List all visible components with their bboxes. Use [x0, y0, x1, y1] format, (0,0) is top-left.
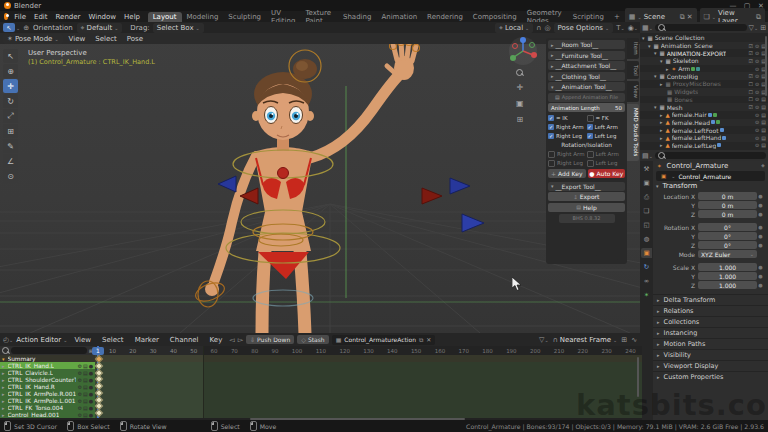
camera-view-icon[interactable]: ▣	[516, 99, 524, 108]
section-motion-paths[interactable]: ▸ Motion Paths	[653, 338, 768, 349]
pivot-dropdown[interactable]: ⌖ Local⌄	[495, 23, 533, 33]
hide-eye-icon[interactable]: ⊙	[755, 127, 759, 133]
section-clothing-tool[interactable]: ▸__Clothing Tool__	[548, 72, 625, 81]
section-furniture-tool[interactable]: ▸__Furniture Tool__	[548, 51, 625, 60]
add-key-button[interactable]: +Add Key	[548, 169, 586, 178]
rotate-tool-button[interactable]: ↻	[3, 94, 18, 108]
workspace-tab-sculpting[interactable]: Sculpting	[223, 12, 266, 22]
location-y-row[interactable]: Y 0 m●	[653, 201, 764, 209]
dope-menu-channel[interactable]: Channel	[166, 336, 203, 344]
push-down-button[interactable]: ⇩Push Down	[246, 335, 294, 344]
viewport-menu-view[interactable]: View	[65, 35, 90, 43]
tab-item[interactable]: Item	[627, 38, 639, 59]
fk-checkbox[interactable]: = FK	[587, 115, 626, 122]
dope-menu-select[interactable]: Select	[98, 336, 128, 344]
workspace-tab-compositing[interactable]: Compositing	[468, 12, 522, 22]
section-export-tool[interactable]: ▾__Export Tool__	[548, 182, 625, 191]
new-collection-icon[interactable]: ⊞	[760, 24, 766, 32]
outliner-filter-icon[interactable]: ▽⌄	[749, 24, 759, 32]
channel-summary[interactable]: ▾Summary	[0, 355, 95, 362]
current-frame-badge[interactable]: 1	[92, 347, 104, 355]
action-name-field[interactable]: ▦ Control_ArmatureAction ⧉ ✕	[332, 335, 436, 345]
lock-icon[interactable]: ●	[89, 391, 93, 397]
prev-action-icon[interactable]: ◅	[229, 336, 234, 344]
move-tool-button[interactable]: ✛	[3, 79, 18, 93]
dope-menu-marker[interactable]: Marker	[131, 336, 163, 344]
tab-constraints-icon[interactable]: ∞	[641, 276, 652, 286]
tab-scene-icon[interactable]: ◱	[641, 220, 652, 230]
section-custom-properties[interactable]: ▸ Custom Properties	[653, 371, 768, 382]
workspace-tab-layout[interactable]: Layout	[148, 12, 182, 22]
animation-length-field[interactable]: Animation Length 50	[548, 103, 625, 112]
add-workspace-button[interactable]: +	[609, 12, 625, 22]
lock-icon[interactable]: ●	[89, 377, 93, 383]
exclude-checkbox[interactable]: ☑	[749, 58, 753, 64]
left-arm-checkbox[interactable]: ✓Left Arm	[587, 124, 626, 130]
object-name-field[interactable]: ▣ ⌄ Control_Armature	[656, 171, 765, 181]
render-camera-icon[interactable]: ▤	[761, 135, 766, 141]
hide-eye-icon[interactable]: ⊙	[755, 43, 759, 49]
frame-ruler[interactable]: 1020 3040 5060 7080 90100 110120 130140 …	[95, 346, 642, 355]
scale-z-row[interactable]: Z 1.000●	[653, 281, 764, 289]
modifier-icon[interactable]: ⚙	[77, 377, 81, 383]
render-camera-icon[interactable]: ▤	[761, 112, 766, 118]
new-view-layer-icon[interactable]: ⧉	[756, 13, 761, 21]
exclude-checkbox[interactable]: ☑	[749, 50, 753, 56]
section-viewport-display[interactable]: ▸ Viewport Display	[653, 360, 768, 371]
rotation-x-row[interactable]: Rotation X 0°●	[653, 223, 764, 231]
outliner-row-female-hair[interactable]: ▸▲female.Hair ⊙▤	[640, 111, 768, 119]
lock-icon[interactable]: ●	[89, 384, 93, 390]
hide-eye-icon[interactable]: ⊙	[755, 104, 759, 110]
exclude-checkbox[interactable]: ☑	[749, 104, 753, 110]
pan-hand-icon[interactable]: ✛	[516, 83, 523, 92]
hide-eye-icon[interactable]: ⊙	[755, 81, 759, 87]
mute-icon[interactable]: ▤	[83, 370, 88, 376]
hide-eye-icon[interactable]: ⊙	[755, 135, 759, 141]
modifier-icon[interactable]: ⚙	[77, 405, 81, 411]
tab-view-layer-icon[interactable]: ❏	[641, 206, 652, 216]
copy-keys-icon[interactable]: ⊞	[621, 336, 627, 344]
modifier-icon[interactable]: ⚙	[77, 363, 81, 369]
hide-eye-icon[interactable]: ⊙	[755, 142, 759, 148]
viewport-menu-pose[interactable]: Pose	[123, 35, 147, 43]
hide-eye-icon[interactable]: ⊙	[755, 89, 759, 95]
channel-row[interactable]: ▸CTRL_IK_ArmPole.R.001 ⚙▤●	[0, 390, 95, 397]
section-vis[interactable]: ▸ Visibility	[653, 349, 768, 360]
measure-tool-button[interactable]: ∠	[3, 154, 18, 168]
scale-tool-button[interactable]: ⤢	[3, 109, 18, 123]
tab-render-icon[interactable]: ▣	[641, 178, 652, 188]
tab-tool[interactable]: Tool	[627, 61, 639, 80]
exclude-checkbox[interactable]: ☐	[749, 81, 753, 87]
menu-render[interactable]: Render	[52, 13, 85, 21]
transform-tool-button[interactable]: ⊞	[3, 124, 18, 138]
tab-view[interactable]: View	[627, 81, 639, 102]
exclude-checkbox[interactable]: ☑	[749, 43, 753, 49]
channel-row[interactable]: ▸Control_Head.001 ⚙▤●	[0, 411, 95, 418]
section-instancing[interactable]: ▸ Instancing	[653, 327, 768, 338]
hide-eye-icon[interactable]: ⊙	[755, 119, 759, 125]
pose-options-dropdown[interactable]: Pose Options⌄	[554, 23, 614, 33]
channel-row[interactable]: ▸CTRL_FK_Torso.004 ⚙▤●	[0, 404, 95, 411]
pin-icon[interactable]: ⌖	[761, 162, 765, 170]
rot-left-arm-checkbox[interactable]: Left Arm	[587, 151, 626, 158]
mute-icon[interactable]: ▤	[83, 405, 88, 411]
section-delta-transform[interactable]: ▸ Delta Transform	[653, 294, 768, 305]
modifier-icon[interactable]: ⚙	[77, 398, 81, 404]
rot-right-leg-checkbox[interactable]: Right Leg	[548, 160, 587, 167]
outliner-row-bones[interactable]: ▦Bones ☐⊙▤	[640, 96, 768, 104]
dope-menu-view[interactable]: View	[70, 336, 95, 344]
stash-button[interactable]: ◇Stash	[297, 335, 328, 344]
mute-icon[interactable]: ▤	[83, 398, 88, 404]
section-animation-tool[interactable]: ▾__Animation Tool__	[548, 82, 625, 91]
lock-icon[interactable]: ●	[89, 398, 93, 404]
outliner-row-animation-scene[interactable]: ▾▦Animation_Scene ☑⊙▤	[640, 42, 768, 50]
outliner-search-input[interactable]	[655, 24, 747, 31]
outliner-row-animation-export[interactable]: ▾▦ANIMATION-EXPORT ☑⊙▤	[640, 49, 768, 57]
snap-magnet-icon[interactable]: ∩	[536, 24, 541, 32]
workspace-tab-scripting[interactable]: Scripting	[568, 12, 609, 22]
lock-icon[interactable]: ●	[89, 363, 93, 369]
outliner-row-controlrig[interactable]: ▾▦ControlRig ☑⊙▤	[640, 72, 768, 80]
menu-help[interactable]: Help	[120, 13, 144, 21]
help-button[interactable]: ▤ Help	[548, 203, 625, 212]
exclude-checkbox[interactable]: ☐	[749, 89, 753, 95]
